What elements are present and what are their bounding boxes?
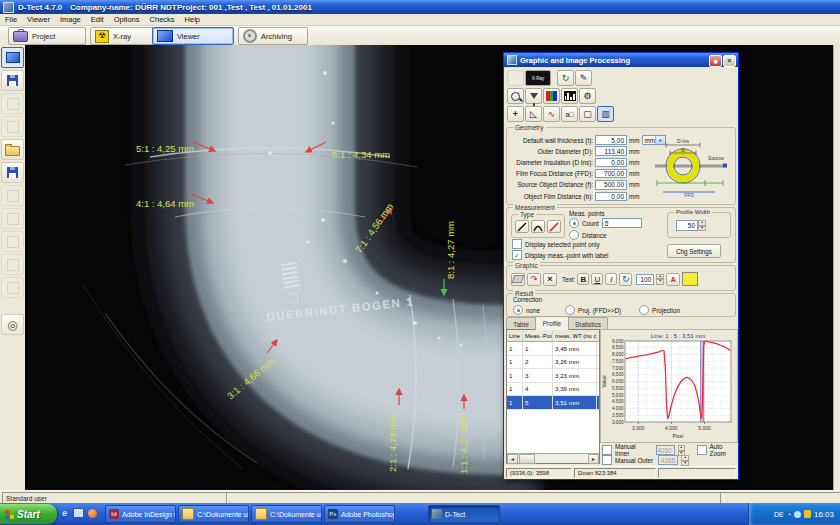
taskbar-window-1[interactable]: IdAdobe InDesign CS3 <box>105 505 176 523</box>
wall-thickness-annotation[interactable]: 8:1 : 4,27 mm <box>445 221 456 279</box>
geometry-row-input[interactable]: 113,40 <box>595 146 627 156</box>
table-row[interactable]: 123,26 mm <box>507 356 599 370</box>
font-size-input[interactable]: 100 <box>636 274 654 285</box>
quicklaunch-firefox-icon[interactable] <box>86 506 99 520</box>
correction-projection-radio[interactable] <box>639 305 649 315</box>
color-swatch-yellow[interactable] <box>682 272 698 286</box>
font-color-icon[interactable]: A <box>666 273 680 286</box>
quicklaunch-desktop-icon[interactable] <box>72 506 85 520</box>
viewer-button[interactable]: Viewer <box>152 27 234 45</box>
dock-button[interactable]: ■ <box>709 55 722 67</box>
manual-outer-spinner[interactable]: ▲▼ <box>681 455 689 465</box>
dialog-titlebar[interactable]: Graphic and Image Processing ■ ✕ <box>504 53 738 67</box>
chg-settings-button[interactable]: Chg Settings <box>667 244 721 258</box>
menu-item-image[interactable]: Image <box>55 15 86 24</box>
geometry-row-input[interactable]: 700,00 <box>595 169 627 179</box>
font-size-spinner[interactable]: ▲▼ <box>656 274 664 285</box>
menu-item-help[interactable]: Help <box>180 15 205 24</box>
sidebar-button-blank[interactable] <box>1 185 24 206</box>
display-with-label-checkbox[interactable]: ✓ <box>512 250 522 260</box>
red-line-tool-icon[interactable] <box>547 220 561 233</box>
sidebar-button-blank[interactable] <box>1 231 24 252</box>
network-tray-icon[interactable] <box>794 511 801 518</box>
geometry-row-input[interactable]: 0,00 <box>595 192 627 202</box>
display-selected-only-checkbox[interactable] <box>512 239 522 249</box>
taskbar-window-3[interactable]: C:\Dokumente und E... <box>251 505 322 523</box>
shield-tray-icon[interactable] <box>804 510 811 518</box>
correction-none-radio[interactable] <box>513 305 523 315</box>
table-row[interactable]: 153,51 mm <box>507 396 599 410</box>
menu-item-edit[interactable]: Edit <box>86 15 109 24</box>
wall-thickness-annotation[interactable]: 2:1 : 4,74 mm <box>387 414 398 472</box>
xray-mode-button[interactable]: X-Ray <box>525 70 551 86</box>
manual-outer-input[interactable]: 4365 <box>658 455 678 465</box>
sidebar-button-target[interactable]: ◎ <box>1 314 24 335</box>
geometry-row-input[interactable]: 500,00 <box>595 180 627 190</box>
sidebar-button-save-as[interactable] <box>1 162 24 183</box>
clock-tray-icon[interactable]: ◔ <box>787 511 791 518</box>
menu-item-options[interactable]: Options <box>109 15 145 24</box>
italic-button[interactable]: I <box>605 273 617 285</box>
filter-funnel-icon[interactable] <box>525 88 542 104</box>
redo-arrow-icon[interactable]: ↷ <box>527 273 541 286</box>
wall-thickness-annotation[interactable]: 5:1 : 4,25 mm <box>136 143 194 154</box>
text-note-icon[interactable]: a□ <box>561 106 578 122</box>
line-tool-icon[interactable] <box>515 220 529 233</box>
manual-inner-input[interactable]: 4050 <box>656 445 675 455</box>
manual-inner-spinner[interactable]: ▲▼ <box>678 445 685 455</box>
edit-pen-icon[interactable]: ✎ <box>575 70 592 86</box>
wall-thickness-annotation[interactable]: 1:1 : 4,27 mm <box>458 416 469 474</box>
quicklaunch-ie-icon[interactable]: e <box>58 506 71 520</box>
sidebar-button-viewer-active[interactable] <box>1 47 24 68</box>
sidebar-button-open-folder[interactable] <box>1 139 24 160</box>
archiving-button[interactable]: Archiving <box>238 27 308 45</box>
eraser-icon[interactable] <box>511 273 525 286</box>
rotate-text-icon[interactable]: ↻ <box>619 273 632 286</box>
manual-outer-checkbox[interactable] <box>602 455 612 465</box>
profile-width-spinner[interactable]: ▲▼ <box>698 220 706 231</box>
graphic-image-processing-dialog[interactable]: Graphic and Image Processing ■ ✕ X-Ray ↻… <box>503 52 739 480</box>
move-cross-icon[interactable]: + <box>507 106 524 122</box>
table-row[interactable]: 133,23 mm <box>507 369 599 383</box>
filmstrip-icon[interactable]: ▥ <box>597 106 614 122</box>
scroll-thumb[interactable] <box>519 454 535 464</box>
geometry-row-input[interactable]: 0,00 <box>595 158 627 168</box>
project-button[interactable]: Project <box>8 27 86 45</box>
close-icon[interactable]: ✕ <box>723 55 736 67</box>
gear-tools-icon[interactable]: ⚙ <box>579 88 596 104</box>
arc-tool-icon[interactable] <box>531 220 545 233</box>
count-radio[interactable] <box>569 218 579 228</box>
sidebar-button-blank[interactable] <box>1 93 24 114</box>
profile-width-input[interactable]: 50 <box>676 220 698 231</box>
profile-curve-icon[interactable]: ∿ <box>543 106 560 122</box>
table-hscrollbar[interactable]: ◄ ► <box>507 453 599 463</box>
bold-button[interactable]: B <box>577 273 589 285</box>
table-row[interactable]: 113,45 mm <box>507 342 599 356</box>
underline-button[interactable]: U <box>591 273 603 285</box>
angle-tool-icon[interactable]: ◺ <box>525 106 542 122</box>
count-input[interactable]: 5 <box>602 218 642 228</box>
zoom-in-icon[interactable] <box>507 88 524 104</box>
sidebar-button-save[interactable] <box>1 70 24 91</box>
measurement-table[interactable]: ◄ ► LineMeas.-Pointmeas. WT (no cor.)113… <box>506 329 600 464</box>
table-row[interactable]: 143,39 mm <box>507 383 599 397</box>
wall-thickness-annotation[interactable]: 4:1 : 4,64 mm <box>136 198 194 209</box>
menu-item-file[interactable]: File <box>0 15 22 24</box>
wall-thickness-annotation[interactable]: 6:1 : 4,34 mm <box>332 149 390 160</box>
start-button[interactable]: Start <box>0 504 57 524</box>
manual-inner-checkbox[interactable] <box>602 445 612 455</box>
sidebar-button-blank[interactable] <box>1 277 24 298</box>
geometry-row-input[interactable]: 5,00 <box>595 135 627 145</box>
delete-x-icon[interactable]: × <box>543 273 557 286</box>
menu-item-viewer[interactable]: Viewer <box>22 15 55 24</box>
tab-profile[interactable]: Profile <box>535 316 569 330</box>
scroll-left-icon[interactable]: ◄ <box>507 454 518 464</box>
sidebar-button-blank[interactable] <box>1 208 24 229</box>
taskbar-window-4[interactable]: PsAdobe Photoshop CS... <box>324 505 395 523</box>
menu-item-checks[interactable]: Checks <box>145 15 180 24</box>
sidebar-button-blank[interactable] <box>1 254 24 275</box>
language-indicator[interactable]: DE <box>774 511 784 518</box>
scroll-right-icon[interactable]: ► <box>588 454 599 464</box>
histogram-icon[interactable] <box>561 88 578 104</box>
sidebar-button-blank[interactable] <box>1 116 24 137</box>
